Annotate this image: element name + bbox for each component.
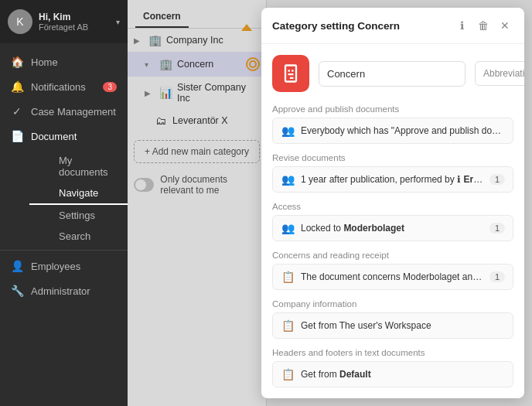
doc-icon: 📋 bbox=[281, 271, 295, 283]
approve-publish-section: Approve and publish documents 👥 Everybod… bbox=[272, 104, 513, 144]
access-row[interactable]: 👥 Locked to Moderbolaget 1 bbox=[272, 215, 513, 241]
headers-row[interactable]: 📋 Get from Default bbox=[272, 361, 513, 387]
chevron-down-icon: ▾ bbox=[116, 18, 120, 26]
modal-header: Category setting Concern ℹ 🗑 ✕ bbox=[261, 8, 524, 44]
access-label: Access bbox=[272, 202, 513, 211]
sidebar-company: Företaget AB bbox=[39, 22, 110, 32]
revise-documents-text: 1 year after publication, performed by ℹ… bbox=[301, 174, 483, 185]
concerns-row[interactable]: 📋 The document concerns Moderbolaget and… bbox=[272, 264, 513, 290]
modal-title: Category setting Concern bbox=[272, 20, 447, 32]
category-settings-modal: Category setting Concern ℹ 🗑 ✕ bbox=[261, 8, 524, 398]
group-icon: 👥 bbox=[281, 125, 295, 137]
info-circle-icon: ℹ bbox=[457, 174, 461, 185]
sidebar-item-label: Employees bbox=[31, 261, 80, 272]
doc-icon: 📋 bbox=[281, 368, 295, 380]
person-icon: 👤 bbox=[11, 260, 23, 272]
company-info-row[interactable]: 📋 Get from The user's Workspace bbox=[272, 312, 513, 339]
building-icon bbox=[280, 63, 302, 84]
sidebar-link-label: My documents bbox=[59, 155, 117, 178]
wrench-icon: 🔧 bbox=[11, 285, 23, 297]
trash-icon[interactable]: 🗑 bbox=[475, 17, 492, 34]
document-icon: 📄 bbox=[11, 130, 23, 142]
concerns-text: The document concerns Moderbolaget and r… bbox=[301, 271, 483, 282]
abbreviation-button[interactable]: Abbreviation bbox=[475, 61, 524, 86]
sidebar-link-navigate[interactable]: Navigate bbox=[29, 183, 128, 205]
sidebar-link-my-documents[interactable]: My documents bbox=[29, 150, 128, 183]
doc-icon: 📋 bbox=[281, 319, 295, 332]
revise-documents-label: Revise documents bbox=[272, 153, 513, 162]
main-area: Concern ▶ 🏢 Company Inc ▾ 🏢 Concern bbox=[128, 0, 532, 406]
revise-documents-row[interactable]: 👥 1 year after publication, performed by… bbox=[272, 166, 513, 193]
sidebar-user-info: Hi, Kim Företaget AB bbox=[39, 12, 110, 32]
sidebar-link-settings[interactable]: Settings bbox=[29, 205, 128, 226]
app-layout: K Hi, Kim Företaget AB ▾ 🏠 Home 🔔 Notifi… bbox=[0, 0, 532, 406]
sidebar-greeting: Hi, Kim bbox=[39, 12, 110, 22]
approve-publish-text: Everybody which has "Approve and publish… bbox=[301, 125, 505, 136]
access-text: Locked to Moderbolaget bbox=[301, 223, 483, 234]
modal-header-icons: ℹ 🗑 ✕ bbox=[453, 17, 513, 34]
sidebar-item-notifications[interactable]: 🔔 Notifications 3 bbox=[0, 74, 128, 99]
sidebar-link-label: Settings bbox=[59, 210, 95, 221]
notifications-badge: 3 bbox=[103, 82, 117, 92]
headers-text: Get from Default bbox=[301, 369, 505, 380]
sidebar-nav: 🏠 Home 🔔 Notifications 3 ✓ Case Manageme… bbox=[0, 43, 128, 406]
approve-publish-label: Approve and publish documents bbox=[272, 104, 513, 114]
sidebar-item-label: Notifications bbox=[31, 81, 86, 93]
sidebar-item-administrator[interactable]: 🔧 Administrator bbox=[0, 278, 128, 303]
avatar: K bbox=[8, 9, 32, 34]
sidebar-item-employees[interactable]: 👤 Employees bbox=[0, 254, 128, 278]
revise-documents-badge: 1 bbox=[489, 174, 505, 185]
sidebar-link-search[interactable]: Search bbox=[29, 226, 128, 247]
modal-overlay: Category setting Concern ℹ 🗑 ✕ bbox=[128, 0, 532, 406]
sidebar-item-home[interactable]: 🏠 Home bbox=[0, 49, 128, 74]
approve-publish-row[interactable]: 👥 Everybody which has "Approve and publi… bbox=[272, 118, 513, 144]
sidebar-item-label: Home bbox=[31, 56, 58, 68]
access-badge: 1 bbox=[489, 223, 505, 234]
category-identity: Abbreviation bbox=[272, 55, 513, 92]
concerns-section: Concerns and reading receipt 📋 The docum… bbox=[272, 251, 513, 290]
access-section: Access 👥 Locked to Moderbolaget 1 bbox=[272, 202, 513, 241]
category-icon-box[interactable] bbox=[272, 55, 309, 92]
sidebar: K Hi, Kim Företaget AB ▾ 🏠 Home 🔔 Notifi… bbox=[0, 0, 128, 406]
info-icon[interactable]: ℹ bbox=[453, 17, 470, 34]
sidebar-link-label: Navigate bbox=[59, 187, 98, 199]
home-icon: 🏠 bbox=[11, 56, 23, 68]
sidebar-item-label: Case Management bbox=[31, 106, 116, 118]
sidebar-item-case-management[interactable]: ✓ Case Management bbox=[0, 99, 128, 124]
sidebar-item-document[interactable]: 📄 Document bbox=[0, 124, 128, 148]
check-icon: ✓ bbox=[11, 105, 23, 118]
company-info-text: Get from The user's Workspace bbox=[301, 320, 505, 331]
sidebar-header[interactable]: K Hi, Kim Företaget AB ▾ bbox=[0, 0, 128, 43]
close-icon[interactable]: ✕ bbox=[496, 17, 513, 34]
concerns-label: Concerns and reading receipt bbox=[272, 251, 513, 260]
group-icon: 👥 bbox=[281, 173, 295, 186]
group-icon: 👥 bbox=[281, 222, 295, 234]
company-info-label: Company information bbox=[272, 299, 513, 309]
sidebar-item-label: Administrator bbox=[31, 285, 90, 297]
sidebar-link-label: Search bbox=[59, 230, 90, 242]
bell-icon: 🔔 bbox=[11, 80, 23, 93]
revise-documents-section: Revise documents 👥 1 year after publicat… bbox=[272, 153, 513, 193]
headers-label: Headers and footers in text documents bbox=[272, 348, 513, 357]
headers-section: Headers and footers in text documents 📋 … bbox=[272, 348, 513, 387]
modal-body: Abbreviation Approve and publish documen… bbox=[261, 44, 524, 398]
category-name-input[interactable] bbox=[319, 61, 466, 87]
sidebar-item-label: Document bbox=[31, 131, 77, 142]
company-info-section: Company information 📋 Get from The user'… bbox=[272, 299, 513, 339]
concerns-badge: 1 bbox=[489, 271, 505, 282]
